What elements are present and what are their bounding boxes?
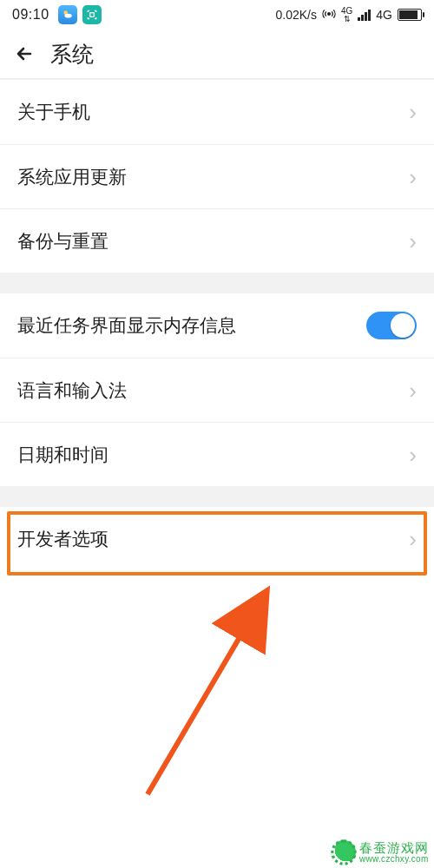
svg-point-3	[328, 12, 331, 15]
row-label: 备份与重置	[17, 229, 108, 253]
chevron-right-icon: ›	[409, 444, 417, 466]
status-right: 0.02K/s 4G ⇅ 4G	[275, 7, 422, 23]
watermark-url: www.czchxy.com	[359, 855, 429, 865]
signal-icon	[358, 9, 371, 21]
row-label: 系统应用更新	[17, 165, 127, 189]
page-title: 系统	[50, 40, 94, 69]
battery-icon	[398, 9, 422, 21]
toggle-recent-tasks-memory[interactable]	[366, 312, 417, 339]
section-1: 关于手机 › 系统应用更新 › 备份与重置 ›	[0, 80, 434, 273]
net-badge: 4G ⇅	[341, 7, 352, 23]
row-backup-reset[interactable]: 备份与重置 ›	[0, 208, 434, 273]
row-about-phone[interactable]: 关于手机 ›	[0, 80, 434, 144]
status-bar: 09:10 0.02K/s 4G ⇅ 4G	[0, 0, 434, 30]
section-gap	[0, 486, 434, 507]
section-3: 开发者选项 ›	[0, 507, 434, 571]
row-date-time[interactable]: 日期和时间 ›	[0, 422, 434, 486]
chevron-right-icon: ›	[409, 101, 417, 123]
chevron-right-icon: ›	[409, 230, 417, 253]
row-language-input[interactable]: 语言和输入法 ›	[0, 358, 434, 422]
section-gap	[0, 273, 434, 293]
watermark: 春蚕游戏网 www.czchxy.com	[332, 840, 429, 865]
row-recent-tasks-memory[interactable]: 最近任务界面显示内存信息	[0, 293, 434, 358]
net-speed: 0.02K/s	[275, 8, 316, 22]
row-label: 关于手机	[17, 100, 90, 124]
chevron-right-icon: ›	[409, 166, 417, 188]
chevron-right-icon: ›	[409, 528, 417, 550]
back-button[interactable]	[14, 43, 35, 64]
net-label: 4G	[376, 8, 392, 22]
watermark-logo-icon	[332, 840, 356, 865]
svg-rect-2	[89, 13, 94, 17]
row-label: 开发者选项	[17, 527, 108, 551]
header: 系统	[0, 30, 434, 78]
svg-line-4	[148, 599, 262, 794]
row-label: 语言和输入法	[17, 378, 127, 403]
section-2: 最近任务界面显示内存信息 语言和输入法 › 日期和时间 ›	[0, 293, 434, 486]
weather-app-icon	[58, 5, 77, 24]
watermark-text: 春蚕游戏网	[359, 841, 429, 855]
svg-point-1	[64, 14, 71, 18]
row-system-app-update[interactable]: 系统应用更新 ›	[0, 144, 434, 208]
annotation-arrow	[95, 582, 286, 807]
status-time: 09:10	[12, 7, 49, 23]
chevron-right-icon: ›	[409, 379, 417, 402]
row-developer-options[interactable]: 开发者选项 ›	[0, 507, 434, 571]
hotspot-icon	[322, 7, 336, 23]
row-label: 日期和时间	[17, 443, 108, 467]
screen: 09:10 0.02K/s 4G ⇅ 4G 系统	[0, 0, 434, 868]
scan-app-icon	[82, 5, 102, 24]
status-left: 09:10	[12, 5, 102, 24]
row-label: 最近任务界面显示内存信息	[17, 313, 236, 338]
